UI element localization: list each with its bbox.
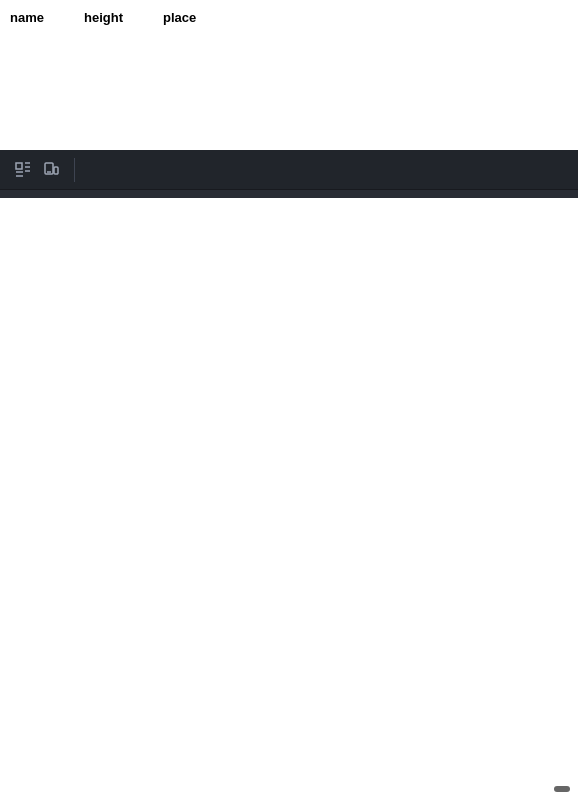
devtools-toolbar <box>0 150 578 190</box>
col-name: name <box>10 8 84 27</box>
data-area: name height place <box>0 0 578 150</box>
inspect-icon[interactable] <box>10 156 36 184</box>
col-height: height <box>84 8 163 27</box>
svg-rect-7 <box>54 167 58 174</box>
devtools-code <box>0 190 578 198</box>
toolbar-icons <box>4 156 70 184</box>
devtools-panel <box>0 150 578 198</box>
device-icon[interactable] <box>38 156 64 184</box>
col-place: place <box>163 8 236 27</box>
data-table: name height place <box>10 8 236 27</box>
toolbar-divider <box>74 158 75 182</box>
svg-rect-0 <box>16 163 22 169</box>
